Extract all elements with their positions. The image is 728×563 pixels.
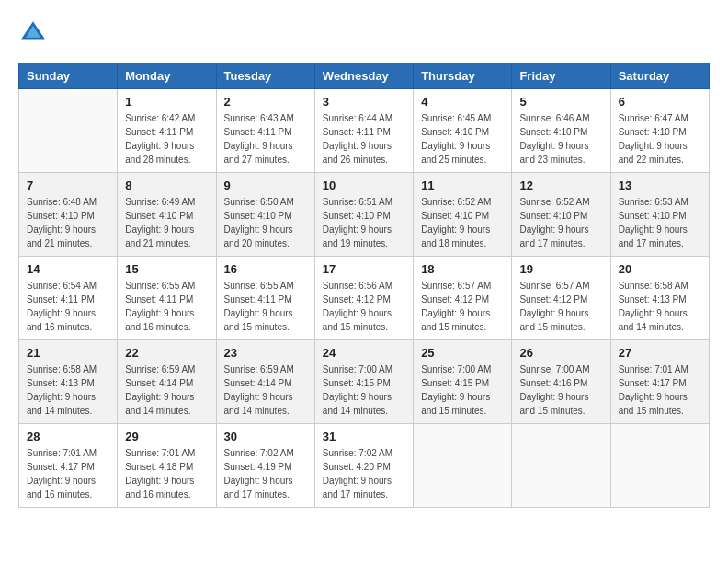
calendar-week-row: 1Sunrise: 6:42 AM Sunset: 4:11 PM Daylig… — [19, 89, 710, 173]
day-info: Sunrise: 6:44 AM Sunset: 4:11 PM Dayligh… — [323, 111, 405, 167]
day-info: Sunrise: 7:00 AM Sunset: 4:15 PM Dayligh… — [323, 362, 405, 418]
logo-icon — [18, 18, 48, 48]
day-info: Sunrise: 6:56 AM Sunset: 4:12 PM Dayligh… — [323, 279, 405, 334]
day-number: 18 — [421, 262, 504, 276]
calendar-cell: 1Sunrise: 6:42 AM Sunset: 4:11 PM Daylig… — [118, 89, 216, 173]
day-info: Sunrise: 7:02 AM Sunset: 4:19 PM Dayligh… — [224, 446, 307, 501]
day-number: 21 — [27, 346, 109, 360]
calendar-cell: 2Sunrise: 6:43 AM Sunset: 4:11 PM Daylig… — [216, 89, 314, 173]
day-number: 27 — [619, 346, 701, 360]
calendar-header-thursday: Thursday — [414, 63, 512, 89]
day-info: Sunrise: 6:57 AM Sunset: 4:12 PM Dayligh… — [519, 279, 602, 334]
calendar-cell — [610, 424, 709, 508]
calendar-cell: 14Sunrise: 6:54 AM Sunset: 4:11 PM Dayli… — [19, 257, 118, 340]
calendar-cell: 4Sunrise: 6:45 AM Sunset: 4:10 PM Daylig… — [414, 89, 512, 173]
day-info: Sunrise: 6:55 AM Sunset: 4:11 PM Dayligh… — [125, 279, 208, 334]
day-info: Sunrise: 6:42 AM Sunset: 4:11 PM Dayligh… — [125, 111, 208, 167]
day-number: 12 — [519, 178, 602, 192]
calendar-cell: 10Sunrise: 6:51 AM Sunset: 4:10 PM Dayli… — [314, 173, 413, 257]
day-number: 22 — [125, 346, 208, 360]
day-number: 5 — [519, 95, 602, 109]
day-info: Sunrise: 7:00 AM Sunset: 4:15 PM Dayligh… — [421, 362, 504, 418]
day-info: Sunrise: 7:01 AM Sunset: 4:17 PM Dayligh… — [619, 362, 701, 418]
calendar-cell: 18Sunrise: 6:57 AM Sunset: 4:12 PM Dayli… — [414, 257, 512, 340]
day-number: 11 — [421, 178, 504, 192]
day-number: 24 — [323, 346, 405, 360]
day-info: Sunrise: 6:59 AM Sunset: 4:14 PM Dayligh… — [224, 362, 307, 418]
day-info: Sunrise: 6:55 AM Sunset: 4:11 PM Dayligh… — [224, 279, 307, 334]
day-info: Sunrise: 6:59 AM Sunset: 4:14 PM Dayligh… — [125, 362, 208, 418]
calendar-header-friday: Friday — [512, 63, 610, 89]
calendar-cell: 26Sunrise: 7:00 AM Sunset: 4:16 PM Dayli… — [512, 340, 610, 424]
day-info: Sunrise: 6:49 AM Sunset: 4:10 PM Dayligh… — [125, 195, 208, 250]
day-number: 15 — [125, 262, 208, 276]
calendar-cell: 13Sunrise: 6:53 AM Sunset: 4:10 PM Dayli… — [610, 173, 709, 257]
calendar-cell: 20Sunrise: 6:58 AM Sunset: 4:13 PM Dayli… — [610, 257, 709, 340]
calendar-cell: 7Sunrise: 6:48 AM Sunset: 4:10 PM Daylig… — [19, 173, 118, 257]
calendar-cell: 12Sunrise: 6:52 AM Sunset: 4:10 PM Dayli… — [512, 173, 610, 257]
calendar-cell: 22Sunrise: 6:59 AM Sunset: 4:14 PM Dayli… — [118, 340, 216, 424]
day-number: 3 — [323, 95, 405, 109]
calendar-cell: 17Sunrise: 6:56 AM Sunset: 4:12 PM Dayli… — [314, 257, 413, 340]
calendar-cell: 21Sunrise: 6:58 AM Sunset: 4:13 PM Dayli… — [19, 340, 118, 424]
day-number: 25 — [421, 346, 504, 360]
day-number: 20 — [619, 262, 701, 276]
day-info: Sunrise: 7:01 AM Sunset: 4:18 PM Dayligh… — [125, 446, 208, 501]
logo — [18, 18, 51, 48]
calendar-cell — [19, 89, 118, 173]
calendar-cell: 27Sunrise: 7:01 AM Sunset: 4:17 PM Dayli… — [610, 340, 709, 424]
calendar-cell — [512, 424, 610, 508]
calendar-cell: 24Sunrise: 7:00 AM Sunset: 4:15 PM Dayli… — [314, 340, 413, 424]
day-info: Sunrise: 6:54 AM Sunset: 4:11 PM Dayligh… — [27, 279, 109, 334]
day-number: 31 — [323, 430, 405, 443]
day-number: 7 — [27, 178, 109, 192]
day-number: 9 — [224, 178, 307, 192]
day-number: 6 — [619, 95, 701, 109]
calendar-week-row: 14Sunrise: 6:54 AM Sunset: 4:11 PM Dayli… — [19, 257, 710, 340]
calendar-week-row: 21Sunrise: 6:58 AM Sunset: 4:13 PM Dayli… — [19, 340, 710, 424]
day-info: Sunrise: 6:52 AM Sunset: 4:10 PM Dayligh… — [519, 195, 602, 250]
day-info: Sunrise: 7:02 AM Sunset: 4:20 PM Dayligh… — [323, 446, 405, 501]
day-number: 4 — [421, 95, 504, 109]
day-info: Sunrise: 6:51 AM Sunset: 4:10 PM Dayligh… — [323, 195, 405, 250]
day-number: 14 — [27, 262, 109, 276]
calendar-cell: 9Sunrise: 6:50 AM Sunset: 4:10 PM Daylig… — [216, 173, 314, 257]
day-info: Sunrise: 6:50 AM Sunset: 4:10 PM Dayligh… — [224, 195, 307, 250]
calendar-header-wednesday: Wednesday — [314, 63, 413, 89]
day-number: 23 — [224, 346, 307, 360]
day-info: Sunrise: 6:43 AM Sunset: 4:11 PM Dayligh… — [224, 111, 307, 167]
calendar-cell: 16Sunrise: 6:55 AM Sunset: 4:11 PM Dayli… — [216, 257, 314, 340]
calendar-week-row: 7Sunrise: 6:48 AM Sunset: 4:10 PM Daylig… — [19, 173, 710, 257]
calendar-cell — [414, 424, 512, 508]
calendar-cell: 29Sunrise: 7:01 AM Sunset: 4:18 PM Dayli… — [118, 424, 216, 508]
day-number: 10 — [323, 178, 405, 192]
calendar-header-sunday: Sunday — [19, 63, 118, 89]
day-number: 17 — [323, 262, 405, 276]
day-number: 16 — [224, 262, 307, 276]
calendar-cell: 5Sunrise: 6:46 AM Sunset: 4:10 PM Daylig… — [512, 89, 610, 173]
calendar-cell: 3Sunrise: 6:44 AM Sunset: 4:11 PM Daylig… — [314, 89, 413, 173]
day-number: 2 — [224, 95, 307, 109]
day-number: 30 — [224, 430, 307, 443]
calendar-cell: 25Sunrise: 7:00 AM Sunset: 4:15 PM Dayli… — [414, 340, 512, 424]
day-info: Sunrise: 6:53 AM Sunset: 4:10 PM Dayligh… — [619, 195, 701, 250]
page-header — [18, 18, 710, 48]
day-info: Sunrise: 6:45 AM Sunset: 4:10 PM Dayligh… — [421, 111, 504, 167]
day-info: Sunrise: 6:52 AM Sunset: 4:10 PM Dayligh… — [421, 195, 504, 250]
calendar-header-monday: Monday — [118, 63, 216, 89]
day-number: 19 — [519, 262, 602, 276]
calendar-table: SundayMondayTuesdayWednesdayThursdayFrid… — [18, 63, 710, 508]
calendar-cell: 11Sunrise: 6:52 AM Sunset: 4:10 PM Dayli… — [414, 173, 512, 257]
day-number: 26 — [519, 346, 602, 360]
day-info: Sunrise: 6:57 AM Sunset: 4:12 PM Dayligh… — [421, 279, 504, 334]
day-number: 29 — [125, 430, 208, 443]
calendar-cell: 19Sunrise: 6:57 AM Sunset: 4:12 PM Dayli… — [512, 257, 610, 340]
calendar-cell: 30Sunrise: 7:02 AM Sunset: 4:19 PM Dayli… — [216, 424, 314, 508]
calendar-header-tuesday: Tuesday — [216, 63, 314, 89]
day-number: 8 — [125, 178, 208, 192]
calendar-cell: 6Sunrise: 6:47 AM Sunset: 4:10 PM Daylig… — [610, 89, 709, 173]
day-number: 28 — [27, 430, 109, 443]
day-info: Sunrise: 6:48 AM Sunset: 4:10 PM Dayligh… — [27, 195, 109, 250]
calendar-cell: 8Sunrise: 6:49 AM Sunset: 4:10 PM Daylig… — [118, 173, 216, 257]
day-number: 1 — [125, 95, 208, 109]
